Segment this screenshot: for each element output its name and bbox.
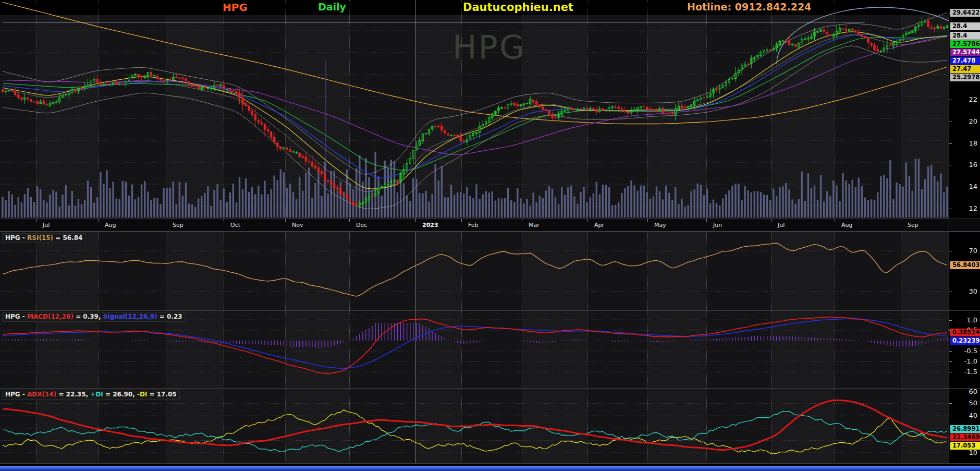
time-axis-tick xyxy=(587,219,588,222)
time-axis-label: Sep xyxy=(173,222,183,228)
macd-value-tag: 0.232395 xyxy=(950,337,980,345)
time-axis-tick xyxy=(285,219,286,222)
main-axis-label: 20 xyxy=(950,117,977,125)
main-value-tag: 28.4 xyxy=(950,22,980,30)
time-axis-label: May xyxy=(654,222,666,228)
volume-bars xyxy=(3,152,947,218)
time-axis-tick xyxy=(349,219,350,222)
time-axis-label: Oct xyxy=(230,222,240,228)
main-value-tag: 25.2978 xyxy=(950,74,980,81)
time-axis-label: Dec xyxy=(356,222,367,228)
stock-charting-app: HPG JulAugSepOctNovDec2023FebMarAprMayJu… xyxy=(0,0,980,471)
horizontal-scrollbar[interactable] xyxy=(0,466,980,471)
time-axis-tick xyxy=(901,219,901,222)
time-axis-label: Jun xyxy=(713,222,722,228)
time-axis-tick xyxy=(36,219,36,222)
adx-line xyxy=(3,400,947,450)
main-axis-label: 22 xyxy=(950,95,977,103)
indicator-label-part: = 56.84 xyxy=(53,234,82,241)
site-label: Dautucophieu.net xyxy=(463,1,573,14)
indicator-label-part: MACD(12,26) xyxy=(27,313,74,320)
main-price-chart[interactable]: HPG xyxy=(0,0,949,219)
main-value-tag: 28.4 xyxy=(950,32,980,40)
rsi-chart[interactable] xyxy=(0,231,949,310)
macd-line xyxy=(3,317,947,374)
indicator-label-part: HPG - xyxy=(5,313,27,320)
indicator-label-part: = 0.39, xyxy=(74,313,103,320)
macd-indicator-label: HPG - MACD(12,26) = 0.39, Signal(12,26,9… xyxy=(2,312,186,322)
pane-separator xyxy=(0,463,980,464)
indicator-label-part: = 17.05 xyxy=(147,391,176,398)
time-axis-tick xyxy=(706,219,707,222)
pane-separator xyxy=(0,388,980,389)
time-axis-label: Mar xyxy=(529,222,540,228)
adx-value-tag: 17.053 xyxy=(950,442,980,450)
macd-value-tag: 0.385245 xyxy=(950,329,980,336)
adx-axis-label: 10 xyxy=(950,449,977,456)
time-axis-tick xyxy=(647,219,648,222)
time-axis-tick xyxy=(224,219,224,222)
rsi-value-tag: 56.8403 xyxy=(950,261,980,269)
macd-axis-label: 1.0 xyxy=(950,316,977,324)
indicator-label-part: HPG - xyxy=(5,234,27,241)
time-axis-tick xyxy=(461,219,462,222)
time-axis-label: Jul xyxy=(43,222,50,228)
main-value-tag: 27.5786 xyxy=(950,40,980,48)
adx-value-tag: 22.3469 xyxy=(950,433,980,441)
title-bar: HPG Daily Dautucophieu.net Hotline: 0912… xyxy=(0,0,980,15)
time-axis-label: Jul xyxy=(778,222,785,228)
hotline-label: Hotline: 0912.842.224 xyxy=(687,1,811,13)
time-axis-label: 2023 xyxy=(422,222,438,228)
time-axis-label: Sep xyxy=(908,222,918,228)
time-axis-label: Nov xyxy=(292,222,303,228)
signal-line xyxy=(3,319,947,368)
main-axis-label: 18 xyxy=(950,139,977,147)
time-axis-label: Feb xyxy=(468,222,478,228)
rsi-indicator-label: HPG - RSI(15) = 56.84 xyxy=(2,233,85,243)
time-axis: JulAugSepOctNovDec2023FebMarAprMayJunJul… xyxy=(0,219,980,232)
main-value-tag: 27.47 xyxy=(950,65,980,73)
indicator-label-part: HPG - xyxy=(5,391,27,398)
adx-indicator-label: HPG - ADX(14) = 22.35, +DI = 26.90, -DI … xyxy=(2,390,180,400)
pane-separator xyxy=(0,231,980,232)
indicator-label-part: ADX(14) xyxy=(27,391,56,398)
time-axis-tick xyxy=(771,219,771,222)
watermark: HPG xyxy=(452,28,526,66)
main-axis-label: 16 xyxy=(950,161,977,168)
time-axis-label: Apr xyxy=(594,222,604,228)
macd-axis-label: -1.0 xyxy=(950,357,977,365)
rsi-axis-label: 70 xyxy=(950,247,977,255)
main-axis-label: 12 xyxy=(950,204,977,212)
time-axis-label: Aug xyxy=(841,222,852,228)
adx-axis-label: 40 xyxy=(950,412,977,419)
time-axis-tick xyxy=(835,219,835,222)
time-axis-label: Aug xyxy=(105,222,116,228)
time-axis-tick xyxy=(522,219,522,222)
indicator-label-part: +DI xyxy=(90,391,103,398)
pane-separator xyxy=(0,310,980,311)
rsi-axis-label: 30 xyxy=(950,287,977,295)
indicator-label-part: Signal(12,26,9) xyxy=(103,313,157,320)
adx-value-tag: 26.8991 xyxy=(950,425,980,433)
indicator-label-part: -DI xyxy=(137,391,147,398)
adx-axis-label: 50 xyxy=(950,399,977,407)
indicator-label-part: RSI(15) xyxy=(27,234,53,241)
pane-separator xyxy=(0,219,980,219)
main-value-tag: 27.478 xyxy=(950,57,980,65)
time-axis-tick xyxy=(166,219,166,222)
indicator-label-part: = 22.35, xyxy=(56,391,90,398)
macd-axis-label: -1.5 xyxy=(950,368,977,376)
macd-axis-label: -0.5 xyxy=(950,347,977,355)
time-axis-tick xyxy=(98,219,99,222)
main-axis-label: 14 xyxy=(950,183,977,190)
symbol-label: HPG xyxy=(223,1,248,14)
time-axis-tick xyxy=(415,219,416,222)
price-axis-line xyxy=(949,15,949,463)
main-value-tag: 27.5744 xyxy=(950,49,980,56)
macd-chart[interactable] xyxy=(0,310,949,388)
adx-axis-label: 60 xyxy=(950,388,977,395)
interval-label: Daily xyxy=(318,1,346,13)
plus-di-line xyxy=(3,412,947,452)
indicator-label-part: = 26.90, xyxy=(103,391,137,398)
indicator-label-part: = 0.23 xyxy=(157,313,182,320)
